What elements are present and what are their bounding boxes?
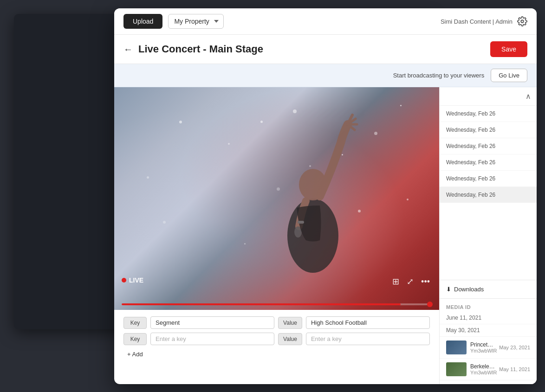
broadcast-text: Start broadcasting to your viewers — [393, 72, 485, 79]
concert-figure — [253, 106, 373, 287]
sidebar-downloads: ⬇ Downloads — [440, 280, 537, 299]
media-date-2: May 30, 2021 — [440, 324, 537, 337]
grid-icon[interactable]: ⊞ — [392, 276, 399, 287]
broadcast-bar: Start broadcasting to your viewers Go Li… — [114, 64, 537, 87]
upload-button[interactable]: Upload — [123, 14, 162, 29]
top-bar-left: Upload My Property — [123, 14, 224, 29]
right-sidebar: ∧ Wednesday, Feb 26 Wednesday, Feb 26 We… — [439, 87, 537, 384]
media-info-1: Princeton v Menham Ym3wbWlR — [470, 341, 495, 353]
main-window: Upload My Property Simi Dash Content | A… — [114, 8, 537, 384]
collapse-button[interactable]: ∧ — [526, 92, 531, 101]
svg-rect-8 — [298, 221, 304, 224]
schedule-item[interactable]: Wednesday, Feb 26 — [440, 171, 537, 187]
key-input-1[interactable] — [150, 316, 274, 329]
go-live-button[interactable]: Go Live — [491, 69, 527, 82]
left-area: LIVE ⊞ ⤢ ••• Key — [114, 87, 439, 384]
sidebar-collapse: ∧ — [440, 87, 537, 106]
add-button[interactable]: + Add — [123, 349, 147, 360]
save-button[interactable]: Save — [490, 41, 527, 57]
schedule-item[interactable]: Wednesday, Feb 26 — [440, 122, 537, 138]
top-bar-right: Simi Dash Content | Admin — [441, 16, 527, 26]
schedule-list: Wednesday, Feb 26 Wednesday, Feb 26 Wedn… — [440, 106, 537, 280]
value-input-1[interactable] — [306, 316, 430, 329]
form-area: Key Value Key Value + Add — [114, 310, 439, 384]
svg-point-0 — [521, 20, 524, 23]
title-left: ← Live Concert - Main Stage — [123, 43, 263, 55]
media-name-1: Princeton v Menham — [470, 341, 495, 348]
media-thumb-1 — [446, 341, 467, 354]
player-controls — [114, 303, 439, 305]
gear-icon[interactable] — [517, 16, 527, 26]
schedule-item[interactable]: Wednesday, Feb 26 — [440, 138, 537, 154]
media-id-label: MEDIA ID — [440, 302, 537, 312]
key-label-1: Key — [123, 317, 147, 329]
progress-thumb — [427, 302, 433, 307]
schedule-item[interactable]: Wednesday, Feb 26 — [440, 106, 537, 122]
media-date-item-2: May 11, 2021 — [499, 366, 530, 372]
sidebar-media: MEDIA ID June 11, 2021 May 30, 2021 Prin… — [440, 299, 537, 384]
form-row-1: Key Value — [123, 316, 430, 329]
media-thumb-2 — [446, 362, 467, 376]
download-icon: ⬇ — [446, 286, 451, 293]
top-bar: Upload My Property Simi Dash Content | A… — [114, 8, 537, 35]
progress-bar[interactable] — [122, 303, 432, 305]
media-id-text-1: Ym3wbWlR — [470, 348, 495, 353]
property-select[interactable]: My Property — [168, 14, 224, 29]
key-input-2[interactable] — [150, 333, 274, 345]
media-date-1: June 11, 2021 — [440, 312, 537, 324]
media-date-item-1: May 23, 2021 — [499, 345, 530, 350]
media-info-2: Berkeley v Somerset Ym3wbWlR — [470, 363, 495, 375]
media-name-2: Berkeley v Somerset — [470, 363, 495, 370]
add-row: + Add — [123, 349, 430, 360]
media-id-text-2: Ym3wbWlR — [470, 370, 495, 375]
schedule-item-selected[interactable]: Wednesday, Feb 26 — [440, 187, 537, 203]
video-player[interactable]: LIVE ⊞ ⤢ ••• — [114, 87, 439, 310]
video-background — [114, 87, 439, 310]
value-label-2: Value — [278, 333, 302, 345]
form-row-2: Key Value — [123, 333, 430, 345]
user-info-text: Simi Dash Content | Admin — [441, 18, 513, 25]
back-arrow[interactable]: ← — [123, 44, 133, 55]
value-input-2[interactable] — [306, 333, 430, 345]
title-bar: ← Live Concert - Main Stage Save — [114, 35, 537, 64]
video-icons: ⊞ ⤢ ••• — [392, 276, 430, 287]
downloads-button[interactable]: ⬇ Downloads — [446, 286, 484, 293]
downloads-label: Downloads — [454, 286, 484, 293]
progress-fill — [122, 303, 401, 305]
live-text: LIVE — [129, 276, 143, 284]
live-dot — [122, 278, 126, 283]
page-title: Live Concert - Main Stage — [138, 43, 263, 55]
content-area: LIVE ⊞ ⤢ ••• Key — [114, 87, 537, 384]
key-label-2: Key — [123, 333, 147, 345]
live-badge: LIVE — [122, 276, 143, 284]
schedule-item[interactable]: Wednesday, Feb 26 — [440, 154, 537, 171]
media-item-2[interactable]: Berkeley v Somerset Ym3wbWlR May 11, 202… — [440, 359, 537, 380]
media-item-1[interactable]: Princeton v Menham Ym3wbWlR May 23, 2021 — [440, 337, 537, 359]
fullscreen-icon[interactable]: ⤢ — [407, 276, 414, 287]
value-label-1: Value — [278, 317, 302, 329]
more-icon[interactable]: ••• — [421, 277, 430, 287]
